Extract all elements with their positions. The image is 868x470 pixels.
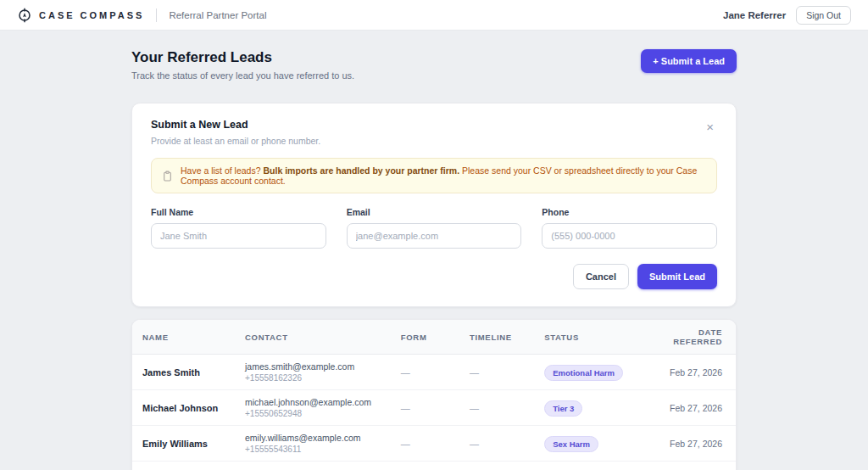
lead-phone: +15550652948 (245, 409, 381, 418)
clipboard-icon (162, 171, 173, 182)
lead-timeline: — (459, 426, 534, 462)
lead-timeline: — (459, 355, 534, 390)
lead-date-referred: Feb 27, 2026 (657, 355, 736, 390)
form-actions: Cancel Submit Lead (151, 264, 717, 289)
bulk-import-banner: Have a list of leads? Bulk imports are h… (151, 158, 717, 193)
lead-name: Emily Williams (132, 426, 235, 462)
email-input[interactable] (347, 223, 522, 249)
main-content: Your Referred Leads Track the status of … (131, 49, 737, 470)
submit-lead-form-card: Submit a New Lead Provide at least an em… (131, 103, 737, 307)
form-subtitle: Provide at least an email or phone numbe… (151, 136, 320, 146)
lead-email: michael.johnson@example.com (245, 397, 381, 407)
header-right: Jane Referrer Sign Out (723, 6, 851, 25)
phone-label: Phone (542, 207, 717, 217)
brand: CASE COMPASS (17, 8, 144, 23)
cancel-button[interactable]: Cancel (573, 264, 629, 289)
lead-email: emily.williams@example.com (245, 433, 381, 443)
table-row: Sarah Brown sarah.brown@example.com +155… (132, 462, 736, 470)
full-name-field-group: Full Name (151, 207, 326, 249)
table-body: James Smith james.smith@example.com +155… (132, 355, 736, 470)
lead-phone: +15555543611 (245, 445, 381, 454)
page-title: Your Referred Leads (131, 49, 354, 66)
compass-logo-icon (17, 8, 32, 23)
phone-field-group: Phone (542, 207, 717, 249)
col-header-name: NAME (132, 320, 235, 355)
lead-timeline: — (459, 390, 534, 426)
leads-table: NAME CONTACT FORM TIMELINE STATUS DATE R… (132, 320, 736, 470)
leads-table-card: NAME CONTACT FORM TIMELINE STATUS DATE R… (131, 319, 737, 470)
col-header-date-referred: DATE REFERRED (657, 320, 736, 355)
col-header-form: FORM (391, 320, 459, 355)
lead-date-referred: Feb 27, 2026 (657, 462, 736, 470)
top-bar: CASE COMPASS Referral Partner Portal Jan… (0, 0, 868, 31)
col-header-timeline: TIMELINE (459, 320, 534, 355)
user-name: Jane Referrer (723, 10, 786, 20)
status-badge: Tier 3 (544, 400, 582, 417)
submit-lead-button[interactable]: Submit Lead (637, 264, 717, 289)
page-subtitle: Track the status of every lead you have … (131, 70, 354, 81)
lead-status-cell: Sex Harm (534, 426, 657, 462)
phone-input[interactable] (542, 223, 717, 249)
col-header-status: STATUS (534, 320, 657, 355)
form-head-text: Submit a New Lead Provide at least an em… (151, 119, 320, 146)
lead-contact: james.smith@example.com +15558162326 (235, 355, 391, 390)
brand-name: CASE COMPASS (39, 10, 144, 20)
lead-status-cell: Tier 3 (534, 390, 657, 426)
col-header-contact: CONTACT (235, 320, 391, 355)
email-label: Email (347, 207, 522, 217)
lead-name: Sarah Brown (132, 462, 235, 470)
lead-name: James Smith (132, 355, 235, 390)
lead-contact: sarah.brown@example.com +15555355056 (235, 462, 391, 470)
form-fields: Full Name Email Phone (151, 207, 717, 249)
full-name-label: Full Name (151, 207, 326, 217)
lead-status-cell: Emotional Harm (534, 355, 657, 390)
table-row: Emily Williams emily.williams@example.co… (132, 426, 736, 462)
submit-a-lead-button[interactable]: + Submit a Lead (641, 49, 737, 73)
form-title: Submit a New Lead (151, 119, 320, 131)
lead-status-cell: Disqualified (534, 462, 657, 470)
lead-form: — (391, 426, 459, 462)
lead-phone: +15558162326 (245, 373, 381, 383)
full-name-input[interactable] (151, 223, 326, 249)
lead-form: — (391, 390, 459, 426)
page-header-text: Your Referred Leads Track the status of … (131, 49, 354, 81)
lead-contact: michael.johnson@example.com +15550652948 (235, 390, 391, 426)
form-head: Submit a New Lead Provide at least an em… (151, 119, 717, 146)
lead-form: — (391, 462, 459, 470)
header-divider (156, 8, 157, 22)
lead-email: james.smith@example.com (245, 361, 381, 372)
page-header: Your Referred Leads Track the status of … (131, 49, 737, 81)
close-icon[interactable]: × (703, 119, 717, 135)
status-badge: Sex Harm (544, 436, 598, 452)
banner-text: Have a list of leads? Bulk imports are h… (181, 165, 706, 186)
table-row: Michael Johnson michael.johnson@example.… (132, 390, 736, 426)
portal-label: Referral Partner Portal (169, 10, 266, 20)
lead-timeline: — (459, 462, 534, 470)
sign-out-button[interactable]: Sign Out (796, 6, 851, 25)
lead-date-referred: Feb 27, 2026 (657, 426, 736, 462)
table-row: James Smith james.smith@example.com +155… (132, 355, 736, 390)
lead-contact: emily.williams@example.com +15555543611 (235, 426, 391, 462)
lead-form: — (391, 355, 459, 390)
email-field-group: Email (347, 207, 522, 249)
table-header: NAME CONTACT FORM TIMELINE STATUS DATE R… (132, 320, 736, 355)
lead-date-referred: Feb 27, 2026 (657, 390, 736, 426)
status-badge: Emotional Harm (544, 365, 623, 381)
lead-name: Michael Johnson (132, 390, 235, 426)
